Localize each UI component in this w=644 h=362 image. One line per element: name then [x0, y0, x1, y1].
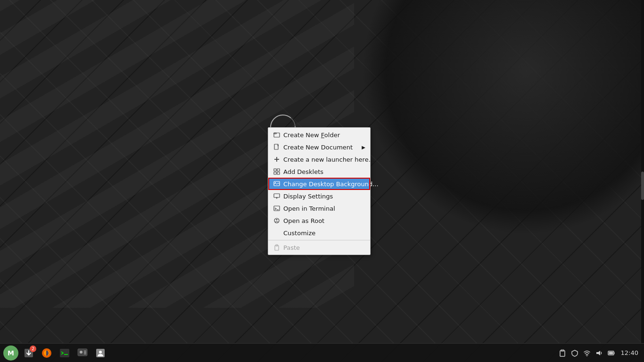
taskbar-app-icons: M 2 [0, 345, 111, 362]
menu-item-create-new-folder-label: Create New Folder [283, 132, 365, 139]
menu-item-open-in-terminal[interactable]: Open in Terminal [268, 202, 370, 214]
tray-clipboard[interactable] [558, 348, 567, 358]
taskbar-system-settings[interactable] [74, 345, 91, 362]
menu-item-add-desklets-label: Add Desklets [283, 168, 365, 175]
wifi-icon [583, 349, 591, 357]
tray-shield[interactable] [570, 348, 579, 358]
menu-item-display-settings[interactable]: Display Settings [268, 190, 370, 202]
menu-item-create-new-folder[interactable]: Create New Folder [268, 129, 370, 141]
svg-rect-25 [60, 349, 69, 357]
menu-item-create-new-launcher[interactable]: Create a new launcher here... [268, 153, 370, 165]
svg-point-19 [276, 219, 278, 221]
svg-rect-8 [277, 169, 280, 171]
volume-icon [595, 349, 603, 357]
terminal-icon [273, 205, 281, 212]
system-settings-icon [77, 348, 88, 358]
menu-item-open-in-terminal-label: Open in Terminal [283, 205, 365, 212]
taskbar-terminal[interactable] [56, 345, 73, 362]
taskbar-tray: 12:40 [554, 348, 644, 358]
menu-item-open-as-root[interactable]: Open as Root [268, 214, 370, 227]
svg-rect-9 [274, 172, 276, 174]
document-new-icon [273, 143, 281, 151]
svg-rect-7 [274, 169, 276, 171]
desklets-icon [273, 168, 281, 175]
menu-item-customize-label: Customize [283, 230, 365, 237]
svg-rect-39 [614, 353, 615, 354]
svg-rect-10 [277, 172, 280, 174]
tray-volume[interactable] [594, 348, 604, 358]
customize-icon [273, 229, 281, 237]
clipboard-icon [559, 349, 566, 357]
taskbar-firefox[interactable] [38, 345, 55, 362]
svg-rect-40 [609, 352, 613, 354]
svg-rect-30 [84, 352, 86, 353]
folder-new-icon [273, 131, 281, 139]
menu-item-create-new-document-label: Create New Document [283, 144, 362, 151]
root-icon [273, 217, 281, 224]
taskbar-update-manager[interactable]: 2 [20, 345, 37, 362]
menu-item-change-desktop-background[interactable]: Change Desktop Background... [268, 178, 370, 190]
launcher-new-icon [273, 156, 281, 163]
mint-logo: M [3, 346, 18, 361]
taskbar: M 2 [0, 343, 644, 362]
svg-rect-2 [274, 133, 280, 137]
taskbar-contacts[interactable] [92, 345, 109, 362]
submenu-arrow-icon: ▶ [362, 145, 365, 150]
taskbar-mint-menu[interactable]: M [2, 345, 19, 362]
menu-item-create-new-launcher-label: Create a new launcher here... [283, 156, 374, 163]
menu-item-paste-label: Paste [283, 244, 365, 251]
menu-item-add-desklets[interactable]: Add Desklets [268, 165, 370, 178]
desktop-background-arc [361, 0, 644, 236]
svg-point-12 [275, 182, 276, 183]
firefox-icon [41, 347, 52, 359]
update-badge: 2 [30, 346, 36, 352]
svg-rect-34 [560, 351, 565, 356]
svg-rect-3 [274, 133, 276, 134]
shield-icon [571, 349, 578, 357]
menu-item-change-desktop-background-label: Change Desktop Background... [283, 181, 379, 188]
scrollbar-thumb[interactable] [641, 172, 644, 200]
tray-wifi[interactable] [582, 348, 592, 358]
menu-item-display-settings-label: Display Settings [283, 193, 365, 200]
tray-battery[interactable] [607, 348, 616, 358]
svg-rect-29 [84, 351, 86, 352]
desktop-background-icon [273, 180, 281, 188]
menu-item-customize[interactable]: Customize [268, 227, 370, 239]
display-settings-icon [273, 192, 281, 200]
svg-rect-31 [84, 354, 86, 354]
menu-item-open-as-root-label: Open as Root [283, 217, 365, 224]
svg-marker-37 [596, 351, 600, 355]
svg-point-36 [586, 355, 587, 356]
svg-rect-4 [274, 144, 278, 149]
desktop: Create New Folder Create New Document ▶ … [0, 0, 644, 362]
menu-item-paste[interactable]: Paste [268, 241, 370, 254]
battery-icon [608, 349, 615, 357]
scrollbar-track [641, 0, 644, 343]
svg-point-28 [80, 351, 83, 354]
taskbar-clock: 12:40 [619, 349, 640, 356]
menu-separator [268, 240, 370, 240]
menu-item-create-new-document[interactable]: Create New Document ▶ [268, 141, 370, 153]
contacts-icon [95, 348, 106, 358]
context-menu: Create New Folder Create New Document ▶ … [268, 127, 371, 255]
svg-point-33 [99, 351, 102, 354]
paste-icon [273, 244, 281, 251]
terminal-app-icon [59, 348, 70, 358]
svg-rect-13 [274, 194, 280, 197]
